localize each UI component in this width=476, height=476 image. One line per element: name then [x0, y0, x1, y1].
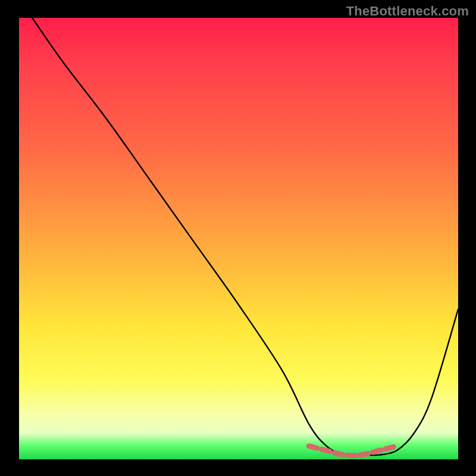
plot-area — [19, 18, 458, 459]
bottleneck-curve — [32, 18, 458, 456]
curve-svg — [19, 18, 458, 459]
chart-frame: TheBottleneck.com — [0, 0, 476, 476]
watermark-label: TheBottleneck.com — [346, 4, 469, 19]
